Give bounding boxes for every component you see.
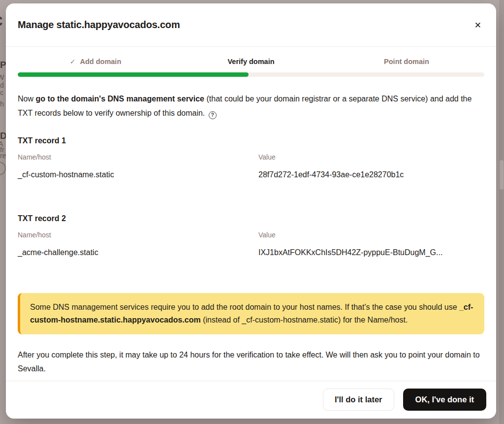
txt-record-1-name: _cf-custom-hostname.static <box>18 170 258 180</box>
check-icon: ✓ <box>70 58 76 66</box>
txt-record-2-title: TXT record 2 <box>18 214 484 224</box>
modal-body: ✓ Add domain Verify domain Point domain … <box>6 47 496 381</box>
stepper-step-point-domain: Point domain <box>329 58 484 66</box>
step-label-verify-domain: Verify domain <box>227 58 274 66</box>
background-text-fragment: P <box>0 60 6 69</box>
txt-record-2-name: _acme-challenge.static <box>18 248 258 258</box>
background-text-fragment: c <box>0 89 3 96</box>
stepper-step-add-domain: ✓ Add domain <box>18 58 173 66</box>
later-button[interactable]: I'll do it later <box>323 389 394 411</box>
done-button[interactable]: OK, I've done it <box>403 389 486 411</box>
callout-text-2: (instead of _cf-custom-hostname.static) … <box>201 316 408 324</box>
page-scrollbar-track[interactable] <box>499 0 504 424</box>
txt-record-2-grid: Name/host Value _acme-challenge.static I… <box>18 231 484 258</box>
name-host-label: Name/host <box>18 153 258 162</box>
stepper-step-verify-domain: Verify domain <box>173 58 329 66</box>
txt-record-1-section: TXT record 1 Name/host Value _cf-custom-… <box>18 136 484 180</box>
step-label-point-domain: Point domain <box>384 58 429 66</box>
intro-text: Now go to the domain's DNS management se… <box>18 92 484 120</box>
progress-bar-fill <box>18 72 249 77</box>
close-icon[interactable]: ✕ <box>472 20 484 32</box>
stepper: ✓ Add domain Verify domain Point domain <box>18 58 484 66</box>
value-label: Value <box>258 231 484 239</box>
value-label: Value <box>258 153 484 162</box>
dns-root-domain-callout: Some DNS management services require you… <box>18 293 484 334</box>
background-circle-fragment <box>0 162 6 175</box>
background-text-fragment: d <box>0 82 4 89</box>
help-icon[interactable]: ? <box>209 111 217 119</box>
background-text-fragment: h <box>0 100 4 107</box>
intro-prefix: Now <box>18 95 35 103</box>
name-host-label: Name/host <box>18 231 258 239</box>
txt-record-1-title: TXT record 1 <box>18 136 484 146</box>
txt-record-1-grid: Name/host Value _cf-custom-hostname.stat… <box>18 153 484 180</box>
background-text-fragment: C <box>0 14 3 29</box>
txt-record-2-value: IXJ1bxAtFOKKxChIs5DH42Z-pyppuE-BtuDugM_G… <box>258 248 484 258</box>
page-scrollbar-thumb[interactable] <box>500 160 504 190</box>
intro-bold: go to the domain's DNS management servic… <box>35 95 204 103</box>
background-text-fragment: re <box>0 152 6 159</box>
verification-note: After you complete this step, it may tak… <box>18 348 484 376</box>
progress-bar <box>18 72 484 77</box>
callout-text-1: Some DNS management services require you… <box>30 303 459 311</box>
modal-header: Manage static.happyavocados.com ✕ <box>6 3 496 47</box>
manage-domain-modal: Manage static.happyavocados.com ✕ ✓ Add … <box>6 3 496 419</box>
background-text-fragment: W <box>0 74 4 81</box>
step-label-add-domain: Add domain <box>80 58 121 66</box>
modal-footer: I'll do it later OK, I've done it <box>6 381 496 419</box>
txt-record-1-value: 28f7d272-1edf-4734-93ae-ce1e28270b1c <box>258 170 484 180</box>
txt-record-2-section: TXT record 2 Name/host Value _acme-chall… <box>18 214 484 258</box>
modal-title: Manage static.happyavocados.com <box>18 19 180 31</box>
